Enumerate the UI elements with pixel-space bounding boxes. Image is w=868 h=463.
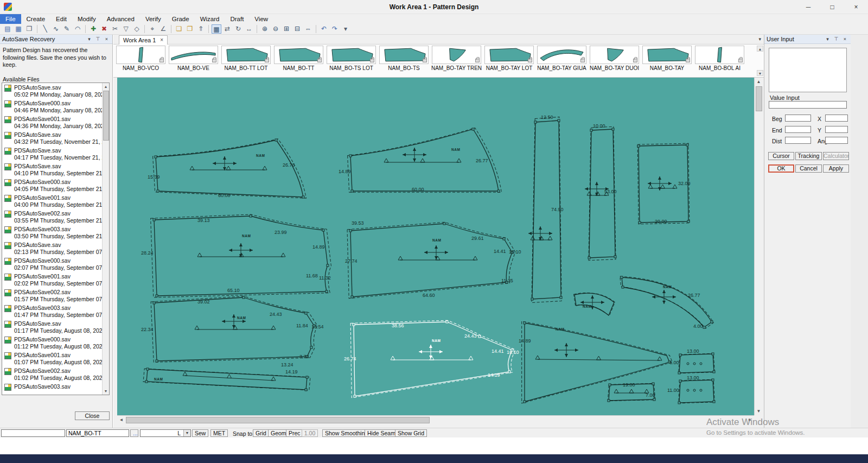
calculator-button[interactable]: Calculator (823, 152, 849, 160)
cancel-button[interactable]: Cancel (795, 164, 822, 173)
scroll-up-icon[interactable]: ▲ (103, 83, 109, 90)
flip-icon[interactable]: ⇄ (222, 24, 232, 34)
minimize-button[interactable]: ─ (796, 0, 820, 14)
menu-create[interactable]: Create (21, 14, 51, 24)
menu-view[interactable]: View (249, 14, 273, 24)
thumbnail-scrollbar[interactable]: ▲ ▼ (757, 46, 763, 76)
toolbar-options-icon[interactable]: ▾ (341, 24, 350, 34)
scrollbar-thumb[interactable] (756, 86, 762, 111)
apply-button[interactable]: Apply (823, 164, 849, 173)
panel-menu-icon[interactable]: ▾ (86, 36, 93, 42)
pattern-piece-sleeve-main[interactable]: 14.89NAM (519, 321, 672, 403)
file-item[interactable]: PDSAutoSave001.sav01:07 PM Tuesday, Augu… (2, 351, 109, 366)
menu-advanced[interactable]: Advanced (101, 14, 140, 24)
menu-edit[interactable]: Edit (50, 14, 72, 24)
file-list-scrollbar[interactable]: ▲ ▼ (102, 83, 109, 395)
file-item[interactable]: PDSAutoSave001.sav04:00 PM Thursday, Sep… (2, 193, 109, 209)
pattern-piece-back-body[interactable]: 39.1323.9914.8928.2465.1011.6811.32NAM (141, 214, 331, 297)
file-item[interactable]: PDSAutoSave000.sav04:46 PM Monday, Janua… (2, 99, 109, 115)
dist-field[interactable] (785, 137, 811, 144)
rotate-icon[interactable]: ↻ (233, 24, 243, 34)
piece-thumbnail[interactable]: NAM_BO-TAY TREN (430, 46, 483, 77)
show-grid-button[interactable]: Show Grid (395, 429, 427, 437)
file-item[interactable]: PDSAutoSave001.sav02:02 PM Thursday, Sep… (2, 272, 109, 288)
maximize-button[interactable]: □ (820, 0, 844, 14)
pattern-piece-small-rect-top[interactable]: 13.006.00 (669, 348, 715, 374)
piece-thumbnail[interactable]: NAM_BO-TS LOT (325, 46, 378, 77)
pattern-piece-sleeve-band[interactable]: 26.774.00NAM (620, 276, 714, 329)
open-folder-icon[interactable]: ❐ (185, 24, 195, 34)
menu-modify[interactable]: Modify (72, 14, 101, 24)
file-item[interactable]: PDSAutoSave.sav02:13 PM Thursday, Septem… (2, 240, 109, 256)
scroll-down-icon[interactable]: ▼ (103, 388, 109, 395)
undo-icon[interactable]: ↶ (319, 24, 329, 34)
panel-pin-icon[interactable]: ⊤ (833, 36, 840, 42)
zoom-fit-icon[interactable]: ⊟ (292, 24, 302, 34)
autosave-close-button[interactable]: Close (75, 411, 110, 420)
tab-list-dropdown-icon[interactable]: ▾ (758, 36, 761, 42)
pattern-piece-back-panel[interactable]: 39.0224.4322.3411.8413.543.7413.2414.19N… (141, 296, 324, 375)
tracking-button[interactable]: Tracking (795, 152, 822, 160)
piece-thumbnail[interactable]: NAM_BO-TAY GIUA (535, 46, 588, 77)
export-icon[interactable]: ⇑ (196, 24, 206, 34)
scroll-down-icon[interactable]: ▼ (755, 407, 763, 415)
pattern-piece-placket-long[interactable]: 12.5074.90 (528, 115, 564, 303)
move-icon[interactable]: ↔ (244, 24, 254, 34)
pattern-piece-front-yoke[interactable]: 14.8926.7760.00NAM (339, 128, 501, 193)
piece-thumbnail[interactable]: NAM_BO-VE (167, 46, 220, 77)
piece-name-field[interactable] (66, 429, 129, 437)
zoom-in-icon[interactable]: ⊕ (260, 24, 270, 34)
redo-icon[interactable]: ↷ (330, 24, 340, 34)
combo-dropdown-icon[interactable]: ▼ (183, 430, 190, 436)
menu-grade[interactable]: Grade (167, 14, 195, 24)
panel-close-icon[interactable]: × (103, 36, 110, 42)
canvas-vertical-scrollbar[interactable]: ▲ ▼ (754, 78, 763, 415)
file-item[interactable]: PDSAutoSave003.sav (2, 382, 109, 395)
pattern-piece-front-panel-selected[interactable]: 38.5624.4326.7414.4116.1014.19NAM (344, 320, 519, 397)
pattern-piece-tab-rect[interactable]: 19.007.00 (608, 382, 655, 402)
draw-pencil-icon[interactable]: ✎ (62, 24, 72, 34)
pattern-piece-back-yoke[interactable]: 15.3926.7660.00NAM (148, 139, 306, 198)
piece-thumbnail[interactable]: NAM_BO-TT (272, 46, 325, 77)
file-item[interactable]: PDSAutoSave.sav04:17 PM Tuesday, Novembe… (2, 146, 109, 162)
pattern-piece-small-rect-bottom[interactable]: 13.0011.00 (667, 375, 715, 404)
zoom-out-icon[interactable]: ⊖ (271, 24, 280, 34)
menu-file[interactable]: File (0, 14, 21, 24)
draw-line-icon[interactable]: ╲ (40, 24, 50, 34)
trace-arc-icon[interactable]: ◠ (73, 24, 82, 34)
add-point-icon[interactable]: ✚ (88, 24, 98, 34)
pattern-piece-cuff-band[interactable]: NAM (574, 293, 615, 316)
piece-thumbnail[interactable]: NAM_BO-VCO (114, 46, 167, 77)
notch-icon[interactable]: ▽ (121, 24, 131, 34)
show-smoothing-button[interactable]: Show Smoothing (322, 429, 371, 437)
piece-thumbnail[interactable]: NAM_BO-TS (378, 46, 430, 77)
snap-prec-button[interactable]: Prec (286, 429, 303, 437)
measure-icon[interactable]: ⌖ (148, 24, 157, 34)
file-item[interactable]: PDSAutoSave000.sav04:05 PM Thursday, Sep… (2, 177, 109, 193)
file-item[interactable]: PDSAutoSave002.sav01:57 PM Thursday, Sep… (2, 288, 109, 303)
menu-wizard[interactable]: Wizard (195, 14, 225, 24)
scroll-up-icon[interactable]: ▲ (755, 78, 763, 86)
piece-thumbnail[interactable]: NAM_BO-BOL AI (693, 46, 746, 77)
pieces-folder-icon[interactable]: ❏ (174, 24, 184, 34)
met-button[interactable]: MET (210, 429, 228, 437)
menu-draft[interactable]: Draft (225, 14, 249, 24)
status-input-empty[interactable] (1, 429, 65, 437)
file-item[interactable]: PDSAutoSave002.sav01:02 PM Tuesday, Augu… (2, 366, 109, 382)
snap-icon[interactable]: ▦ (212, 24, 221, 34)
file-item[interactable]: PDSAutoSave.sav04:10 PM Thursday, Septem… (2, 162, 109, 177)
panel-close-icon[interactable]: × (841, 36, 848, 42)
scroll-up-icon[interactable]: ▲ (757, 46, 763, 52)
pattern-piece-pocket-rect[interactable]: 32.0020.00 (637, 143, 691, 224)
piece-thumbnail[interactable]: NAM_BO-TAY DUOI (588, 46, 641, 77)
file-item[interactable]: PDSAutoSave000.sav01:12 PM Tuesday, Augu… (2, 335, 109, 351)
tab-close-icon[interactable]: × (160, 36, 163, 45)
browse-button[interactable]: ... (130, 429, 138, 437)
menu-verify[interactable]: Verify (140, 14, 167, 24)
value-input-field[interactable] (769, 101, 847, 109)
file-item[interactable]: PDSAutoSave003.sav03:50 PM Thursday, Sep… (2, 225, 109, 240)
ok-button[interactable]: OK (768, 164, 794, 173)
scroll-left-icon[interactable]: ◄ (117, 416, 125, 424)
pattern-piece-front-body[interactable]: 39.5329.6127.7464.6014.4116.1011.35NAM (345, 220, 521, 299)
file-item[interactable]: PDSAutoSave001.sav04:36 PM Monday, Janua… (2, 115, 109, 130)
